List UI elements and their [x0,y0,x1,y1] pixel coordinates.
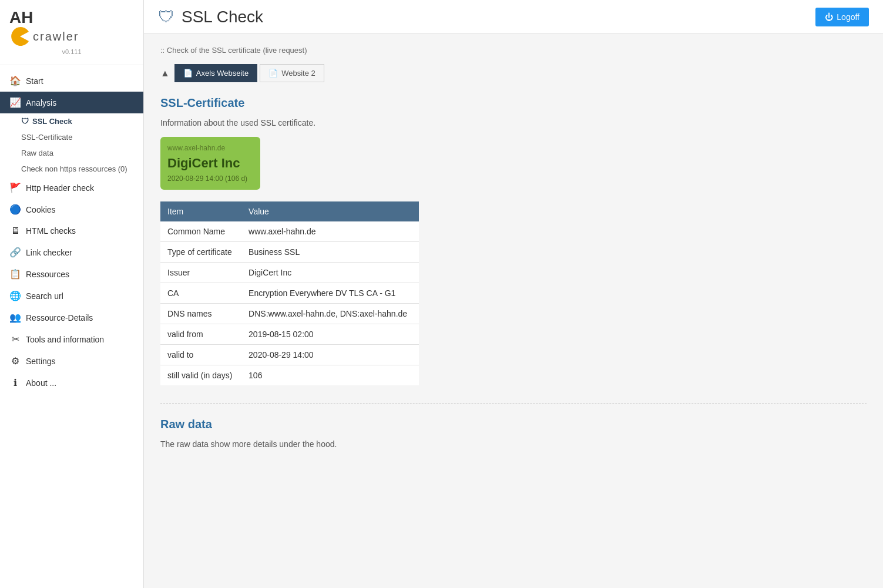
sidebar-item-search-url[interactable]: 🌐 Search url [0,285,143,307]
table-row: Common Namewww.axel-hahn.de [160,221,419,242]
sidebar-item-cookies[interactable]: 🔵 Cookies [0,199,143,220]
sidebar-item-ressource-details[interactable]: 👥 Ressource-Details [0,307,143,328]
sidebar: AH crawler v0.111 🏠 Start 📈 Analysis 🛡 [0,0,144,588]
sidebar-item-ressources[interactable]: 📋 Ressources [0,263,143,285]
ssl-card-issuer: DigiCert Inc [167,156,253,171]
main-content: 🛡 SSL Check ⏻ Logoff :: Check of the SSL… [144,0,883,588]
raw-data-section-title: Raw data [160,418,867,431]
table-row: still valid (in days)106 [160,365,419,386]
table-row: IssuerDigiCert Inc [160,263,419,283]
sub-nav-analysis: 🛡 SSL Check SSL-Certificate Raw data Che… [0,113,143,177]
sidebar-subitem-raw-data[interactable]: Raw data [21,145,143,161]
sidebar-item-settings[interactable]: ⚙ Settings [0,350,143,372]
logoff-label: Logoff [837,12,860,22]
raw-data-section-desc: The raw data show more details under the… [160,439,867,449]
table-cell-item: valid from [160,324,241,345]
sidebar-subitem-ssl-check[interactable]: 🛡 SSL Check [21,113,143,129]
header-title-area: 🛡 SSL Check [158,7,263,26]
ssl-table: Item Value Common Namewww.axel-hahn.deTy… [160,201,419,385]
ssl-certificate-section-desc: Information about the used SSL certifica… [160,118,867,127]
tab-website-2-label: Website 2 [281,69,315,78]
table-cell-value: 106 [241,365,419,386]
table-row: valid from2019-08-15 02:00 [160,324,419,345]
table-cell-value: 2019-08-15 02:00 [241,324,419,345]
sidebar-item-html-checks[interactable]: 🖥 HTML checks [0,220,143,241]
sidebar-item-tools-label: Tools and information [26,335,104,344]
sidebar-item-tools[interactable]: ✂ Tools and information [0,328,143,350]
sidebar-subitem-check-non-https[interactable]: Check non https ressources (0) [21,161,143,177]
table-cell-value: DNS:www.axel-hahn.de, DNS:axel-hahn.de [241,304,419,324]
tab-arrow-icon: ▲ [160,68,170,79]
table-cell-value: www.axel-hahn.de [241,221,419,242]
tab-website-2[interactable]: 📄 Website 2 [260,64,324,82]
html-icon: 🖥 [9,226,21,236]
logo-crawler: crawler [9,26,134,47]
sidebar-item-settings-label: Settings [26,357,56,366]
logo-version: v0.111 [9,48,134,55]
table-cell-item: CA [160,283,241,304]
ssl-card-domain: www.axel-hahn.de [167,144,253,152]
sidebar-subitem-ssl-certificate[interactable]: SSL-Certificate [21,129,143,145]
home-icon: 🏠 [9,75,21,86]
tab-axels-webseite-label: Axels Webseite [196,69,249,78]
sidebar-item-link-checker[interactable]: 🔗 Link checker [0,241,143,263]
logo-text: crawler [33,30,79,43]
table-cell-value: Encryption Everywhere DV TLS CA - G1 [241,283,419,304]
page-subtitle: :: Check of the SSL certificate (live re… [160,46,867,55]
details-icon: 👥 [9,312,21,323]
tab-doc-icon-2: 📄 [268,69,278,78]
shield-small-icon: 🛡 [21,117,29,126]
ssl-card-expiry: 2020-08-29 14:00 (106 d) [167,174,253,183]
table-cell-item: Issuer [160,263,241,283]
sidebar-item-about[interactable]: ℹ About ... [0,372,143,394]
table-row: Type of certificateBusiness SSL [160,242,419,263]
table-row: valid to2020-08-29 14:00 [160,345,419,365]
tabs-bar: ▲ 📄 Axels Webseite 📄 Website 2 [160,64,867,82]
table-row: DNS namesDNS:www.axel-hahn.de, DNS:axel-… [160,304,419,324]
logo-area: AH crawler v0.111 [0,0,143,65]
table-row: CAEncryption Everywhere DV TLS CA - G1 [160,283,419,304]
subitem-raw-data-label: Raw data [21,149,53,157]
sidebar-item-search-url-label: Search url [26,291,63,301]
table-cell-item: valid to [160,345,241,365]
sidebar-item-analysis-label: Analysis [26,98,56,107]
sidebar-nav: 🏠 Start 📈 Analysis 🛡 SSL Check SSL-Certi… [0,65,143,398]
logo-ah: AH [9,9,134,26]
analysis-icon: 📈 [9,97,21,108]
logoff-button[interactable]: ⏻ Logoff [815,8,869,26]
table-cell-value: DigiCert Inc [241,263,419,283]
table-cell-item: DNS names [160,304,241,324]
sidebar-item-http-header-label: Http Header check [26,183,94,193]
ressources-icon: 📋 [9,268,21,280]
page-title: SSL Check [182,8,263,26]
table-cell-item: still valid (in days) [160,365,241,386]
flag-icon: 🚩 [9,182,21,193]
subitem-ssl-check-label: SSL Check [32,117,72,126]
settings-icon: ⚙ [9,355,21,367]
power-icon: ⏻ [825,12,833,22]
table-cell-item: Common Name [160,221,241,242]
ssl-card: www.axel-hahn.de DigiCert Inc 2020-08-29… [160,137,260,190]
sidebar-item-about-label: About ... [26,378,56,388]
sidebar-item-ressource-details-label: Ressource-Details [26,313,93,322]
sidebar-item-analysis[interactable]: 📈 Analysis [0,92,143,113]
tools-icon: ✂ [9,334,21,345]
table-cell-item: Type of certificate [160,242,241,263]
subitem-ssl-cert-label: SSL-Certificate [21,133,72,142]
link-icon: 🔗 [9,247,21,258]
tab-axels-webseite[interactable]: 📄 Axels Webseite [174,64,257,82]
ssl-certificate-section-title: SSL-Certificate [160,96,867,110]
sidebar-item-http-header[interactable]: 🚩 Http Header check [0,177,143,199]
cookie-icon: 🔵 [9,204,21,215]
table-cell-value: Business SSL [241,242,419,263]
table-cell-value: 2020-08-29 14:00 [241,345,419,365]
subitem-check-non-https-label: Check non https ressources (0) [21,164,127,173]
shield-icon: 🛡 [158,7,174,26]
page-header: 🛡 SSL Check ⏻ Logoff [144,0,883,34]
sidebar-item-html-checks-label: HTML checks [26,226,76,236]
ssl-table-header-item: Item [160,201,241,221]
page-content: :: Check of the SSL certificate (live re… [144,34,883,461]
sidebar-item-cookies-label: Cookies [26,205,56,214]
sidebar-item-link-checker-label: Link checker [26,248,72,257]
sidebar-item-start[interactable]: 🏠 Start [0,70,143,92]
